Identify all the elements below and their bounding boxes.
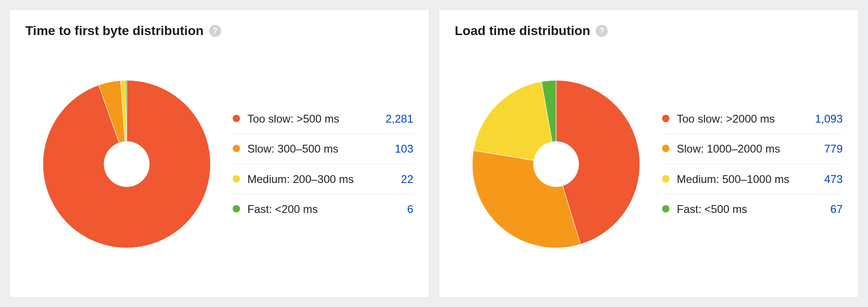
donut-chart-ttfb [25, 67, 228, 261]
legend-swatch [662, 205, 669, 213]
legend-value: 1,093 [815, 112, 843, 126]
legend-item[interactable]: Slow: 1000–2000 ms779 [662, 134, 843, 164]
legend-label: Fast: <200 ms [247, 202, 407, 217]
donut-hole [534, 142, 579, 187]
legend-item[interactable]: Fast: <200 ms6 [233, 195, 413, 224]
card-body: Too slow: >2000 ms1,093Slow: 1000–2000 m… [455, 40, 843, 288]
legend-value: 2,281 [386, 112, 413, 126]
card-loadtime: Load time distribution ? Too slow: >2000… [439, 9, 859, 298]
legend-label: Medium: 500–1000 ms [677, 172, 824, 187]
legend-value: 779 [824, 142, 843, 156]
legend-swatch [662, 145, 669, 152]
legend-item[interactable]: Medium: 500–1000 ms473 [662, 165, 843, 195]
legend-swatch [233, 205, 240, 213]
legend-item[interactable]: Too slow: >2000 ms1,093 [662, 104, 843, 134]
card-title: Time to first byte distribution [25, 24, 204, 38]
legend: Too slow: >2000 ms1,093Slow: 1000–2000 m… [662, 104, 843, 224]
card-body: Too slow: >500 ms2,281Slow: 300–500 ms10… [25, 40, 413, 288]
legend-swatch [233, 115, 240, 122]
legend-item[interactable]: Fast: <500 ms67 [662, 195, 843, 224]
legend-item[interactable]: Slow: 300–500 ms103 [233, 134, 413, 164]
legend-item[interactable]: Medium: 200–300 ms22 [233, 165, 413, 195]
card-ttfb: Time to first byte distribution ? Too sl… [9, 9, 429, 298]
legend-item[interactable]: Too slow: >500 ms2,281 [233, 104, 413, 134]
card-title: Load time distribution [455, 24, 590, 38]
legend-value: 6 [407, 202, 413, 217]
legend-swatch [662, 175, 669, 183]
legend-value: 103 [395, 142, 413, 156]
dashboard-row: Time to first byte distribution ? Too sl… [0, 0, 868, 307]
legend-label: Too slow: >2000 ms [677, 112, 815, 126]
legend-label: Slow: 1000–2000 ms [677, 142, 824, 156]
legend-swatch [233, 175, 240, 183]
legend: Too slow: >500 ms2,281Slow: 300–500 ms10… [233, 104, 413, 224]
donut-svg [35, 72, 219, 256]
legend-value: 67 [830, 202, 843, 217]
legend-label: Slow: 300–500 ms [247, 142, 395, 156]
legend-value: 22 [401, 172, 413, 187]
legend-swatch [233, 145, 240, 152]
donut-chart-loadtime [455, 67, 657, 261]
legend-label: Fast: <500 ms [677, 202, 830, 217]
donut-svg [464, 72, 648, 256]
help-icon[interactable]: ? [209, 25, 221, 37]
card-header: Load time distribution ? [455, 24, 843, 38]
legend-label: Medium: 200–300 ms [247, 172, 401, 187]
legend-value: 473 [824, 172, 843, 187]
legend-swatch [662, 115, 669, 122]
help-icon[interactable]: ? [596, 25, 608, 37]
donut-hole [104, 142, 149, 187]
legend-label: Too slow: >500 ms [247, 112, 386, 126]
card-header: Time to first byte distribution ? [25, 24, 413, 38]
